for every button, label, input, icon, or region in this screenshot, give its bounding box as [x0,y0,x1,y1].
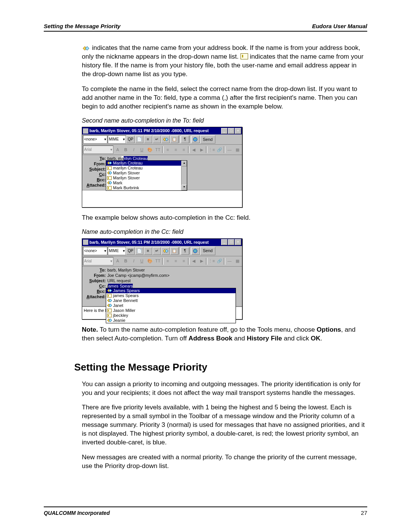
insert-hr-button[interactable]: — [226,146,233,153]
minimize-button[interactable]: _ [221,128,228,134]
size-button[interactable]: A [114,257,121,265]
autocomplete-item[interactable]: james Spears [106,293,236,298]
formatting-button[interactable]: ¶ [181,247,189,255]
align-right-button[interactable]: ≡ [180,146,188,153]
autocomplete-item[interactable]: Mark Burbrink [106,185,187,190]
autocomplete-item[interactable]: James Spears [106,288,236,293]
spellcheck-button[interactable] [191,136,200,143]
encoding-dropdown[interactable]: MIME▾ [108,135,126,144]
autocomplete-item[interactable]: Jason Miller [106,308,236,313]
return-receipt-button[interactable]: 📋 [170,247,178,255]
to-label: TTo:o: [84,156,107,161]
titlebar[interactable]: barb, Marilyn Stover, 05:11 PM 2/10/2000… [82,127,242,134]
underline-button[interactable]: U [138,257,146,265]
link-button[interactable]: 🔗 [216,257,223,265]
bullets-button[interactable]: ⋮≡ [208,146,215,153]
wrap-button[interactable]: ↵ [153,247,161,255]
underline-button[interactable]: U [138,146,146,153]
titlebar[interactable]: barb, Marilyn Stover, 05:11 PM 2/10/2000… [82,239,242,246]
italic-button[interactable]: I [130,257,137,265]
paragraph-6: New messages are created with a normal p… [82,453,367,471]
size-button[interactable]: A [114,146,121,153]
bold-button[interactable]: B [122,146,129,153]
encoding-dropdown[interactable]: MIME▾ [108,247,126,255]
autocomplete-item[interactable]: Janet [106,303,236,308]
bold-button[interactable]: B [122,257,129,265]
app-icon [83,128,88,134]
autocomplete-item[interactable]: Marilyn Stover [106,171,187,176]
svg-rect-11 [107,176,112,180]
spellcheck-button[interactable] [191,247,200,255]
subject-label: Subject: [84,166,107,172]
svg-rect-30 [107,314,112,317]
autocomplete-dropdown[interactable]: James Spearsjames SpearsJane BennettJane… [106,288,236,323]
app-icon [83,240,88,245]
stationery-button[interactable]: 📄 [135,136,143,143]
autocomplete-item[interactable]: marilyn Croteau [106,166,187,171]
align-left-button[interactable]: ≡ [164,146,172,153]
signature-button[interactable]: ≡ [144,136,152,143]
paragraph-4: You can assign a priority to incoming an… [82,380,367,398]
send-button[interactable]: Send [200,247,215,255]
priority-dropdown[interactable]: <none>▾ [83,247,107,255]
return-receipt-button[interactable]: 📋 [170,136,178,143]
align-center-button[interactable]: ≡ [172,146,180,153]
insert-object-button[interactable]: ▦ [234,146,241,153]
font-dropdown[interactable]: Arial▾ [83,145,113,154]
autocomplete-item[interactable]: Mark [106,181,187,185]
font-dropdown[interactable]: Arial▾ [83,257,113,265]
paragraph-5: There are five priority levels available… [82,403,367,447]
indent-button[interactable]: ▶ [198,146,206,153]
autocomplete-item[interactable]: Marilyn Croteau [106,161,187,166]
formatting-button[interactable]: ¶ [181,136,189,143]
autocomplete-item[interactable]: jbeckley [106,313,236,318]
cc-label: Cc: [84,283,107,289]
stationery-button[interactable]: 📄 [135,247,143,255]
history-card-icon [107,308,112,313]
autocomplete-dropdown[interactable]: ▴▾ Marilyn Croteaumarilyn CroteauMarilyn… [106,160,187,191]
insert-object-button[interactable]: ▦ [234,257,241,265]
tt-button[interactable]: TT [154,146,162,153]
autocomplete-item[interactable]: Jeanie [106,318,236,323]
color-button[interactable]: 🎨 [146,146,154,153]
minimize-button[interactable]: _ [221,239,228,245]
priority-dropdown[interactable]: <none>▾ [83,135,107,144]
from-field[interactable]: Joe Camp <jcamp@myfirm.com> [107,273,241,278]
maximize-button[interactable]: □ [228,239,234,245]
format-toolbar: Arial▾ A B I U 🎨 TT ≡ ≡ ≡ ◀ ▶ ⋮≡ 🔗 — ▦ [82,145,242,155]
subject-field[interactable]: URL request [107,278,241,283]
close-button[interactable]: × [235,239,241,245]
close-button[interactable]: × [235,128,241,134]
message-body[interactable] [82,190,242,207]
bullets-button[interactable]: ⋮≡ [208,257,215,265]
paragraph-3: The example below shows auto-completion … [82,214,367,222]
indent-button[interactable]: ▶ [198,257,206,265]
signature-button[interactable]: ≡ [144,247,152,255]
autocomplete-item[interactable]: Marilyn Stover [106,176,187,181]
tt-button[interactable]: TT [154,257,162,265]
align-left-button[interactable]: ≡ [164,257,172,265]
send-button[interactable]: Send [200,135,215,144]
scroll-up-button[interactable]: ▴ [182,161,187,166]
outdent-button[interactable]: ◀ [190,257,198,265]
align-right-button[interactable]: ≡ [180,257,188,265]
maximize-button[interactable]: □ [228,128,234,134]
qp-button[interactable]: QP [126,136,135,143]
link-button[interactable]: 🔗 [216,146,223,153]
autocomplete-item[interactable]: Jane Bennett [106,298,236,303]
align-center-button[interactable]: ≡ [172,257,180,265]
svg-rect-28 [107,309,112,312]
italic-button[interactable]: I [130,146,137,153]
outdent-button[interactable]: ◀ [190,146,198,153]
color-button[interactable]: 🎨 [146,257,154,265]
address-book-button[interactable] [161,136,170,143]
to-field[interactable]: barb, Marilyn Stover [107,267,241,273]
wrap-button[interactable]: ↵ [153,136,161,143]
attached-label: Attached: [84,294,107,299]
scroll-down-button[interactable]: ▾ [182,185,187,190]
insert-hr-button[interactable]: — [226,257,233,265]
qp-button[interactable]: QP [126,247,135,255]
address-book-button[interactable] [161,247,170,255]
address-book-icon [107,318,112,323]
to-label: To: [84,267,107,273]
